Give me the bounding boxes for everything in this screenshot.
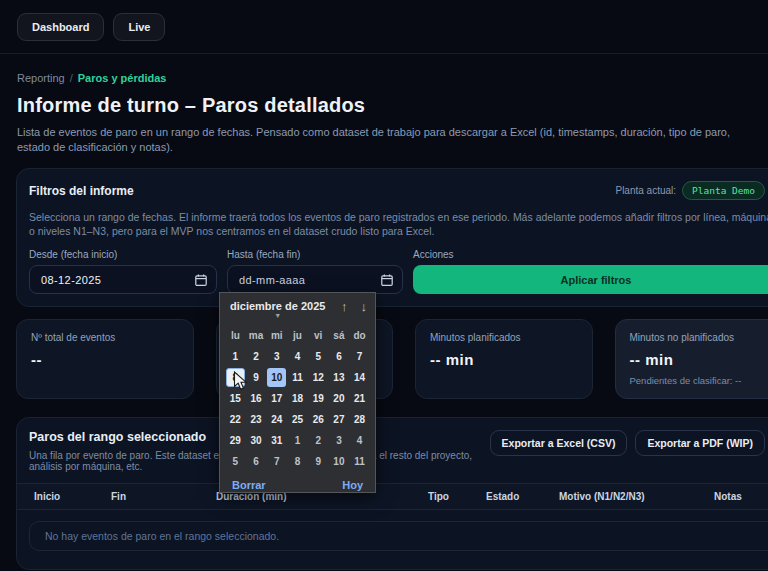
plant-badge: Planta Demo bbox=[682, 181, 765, 200]
calendar-day[interactable]: 14 bbox=[350, 368, 369, 387]
calendar-icon[interactable] bbox=[381, 274, 393, 286]
column-header-fin: Fin bbox=[106, 491, 211, 502]
calendar-day[interactable]: 10 bbox=[267, 368, 286, 387]
calendar-day[interactable]: 8 bbox=[226, 368, 245, 387]
calendar-weekday: ma bbox=[246, 327, 267, 345]
calendar-day[interactable]: 31 bbox=[267, 431, 286, 450]
calendar-grid: 1234567891011121314151617181920212223242… bbox=[220, 345, 375, 472]
calendar-day[interactable]: 22 bbox=[226, 410, 245, 429]
calendar-day[interactable]: 17 bbox=[267, 389, 286, 408]
stat-sub-label: Pendientes de clasificar: -- bbox=[630, 375, 768, 386]
column-header-inicio: Inicio bbox=[29, 491, 106, 502]
top-nav: Dashboard Live bbox=[0, 0, 768, 54]
date-from-input[interactable] bbox=[30, 274, 216, 286]
column-header-notas: Notas bbox=[709, 491, 768, 502]
arrow-up-icon[interactable]: ↑ bbox=[341, 299, 348, 314]
calendar-day[interactable]: 28 bbox=[350, 410, 369, 429]
apply-filters-button[interactable]: Aplicar filtros bbox=[413, 265, 768, 294]
filters-title: Filtros del informe bbox=[29, 184, 134, 198]
calendar-day[interactable]: 3 bbox=[330, 431, 349, 450]
calendar-day[interactable]: 15 bbox=[226, 389, 245, 408]
calendar-day[interactable]: 27 bbox=[330, 410, 349, 429]
calendar-day[interactable]: 25 bbox=[288, 410, 307, 429]
export-csv-button[interactable]: Exportar a Excel (CSV) bbox=[490, 430, 628, 456]
page: Dashboard Live Reporting/Paros y pérdida… bbox=[0, 0, 768, 570]
column-header-tipo: Tipo bbox=[423, 491, 481, 502]
date-from-input-wrapper bbox=[29, 265, 217, 294]
calendar-day[interactable]: 13 bbox=[330, 368, 349, 387]
date-picker-popup: diciembre de 2025 ▼ ↑ ↓ lumamijuvisádo 1… bbox=[219, 292, 376, 493]
date-to-input[interactable] bbox=[228, 274, 402, 286]
calendar-day[interactable]: 21 bbox=[350, 389, 369, 408]
calendar-weekday: mi bbox=[266, 327, 287, 345]
date-from-label: Desde (fecha inicio) bbox=[29, 249, 217, 260]
stat-card-total-events: Nº total de eventos -- bbox=[16, 319, 194, 399]
calendar-day[interactable]: 30 bbox=[247, 431, 266, 450]
calendar-day[interactable]: 3 bbox=[267, 347, 286, 366]
chevron-down-icon: ▼ bbox=[230, 313, 325, 319]
calendar-icon[interactable] bbox=[195, 274, 207, 286]
calendar-weekdays: lumamijuvisádo bbox=[220, 325, 375, 345]
page-title: Informe de turno – Paros detallados bbox=[17, 94, 768, 117]
plant-label: Planta actual: bbox=[615, 185, 676, 196]
breadcrumb-current: Paros y pérdidas bbox=[78, 72, 167, 84]
calendar-day[interactable]: 19 bbox=[309, 389, 328, 408]
calendar-day[interactable]: 8 bbox=[288, 452, 307, 471]
nav-dashboard-button[interactable]: Dashboard bbox=[17, 13, 104, 41]
calendar-weekday: do bbox=[349, 327, 370, 345]
stat-value: -- bbox=[31, 351, 179, 368]
calendar-clear-button[interactable]: Borrar bbox=[232, 479, 266, 491]
calendar-day[interactable]: 6 bbox=[330, 347, 349, 366]
calendar-day[interactable]: 1 bbox=[288, 431, 307, 450]
calendar-day[interactable]: 20 bbox=[330, 389, 349, 408]
calendar-day[interactable]: 11 bbox=[350, 452, 369, 471]
calendar-month-selector[interactable]: diciembre de 2025 ▼ bbox=[230, 300, 325, 319]
column-header-motivo: Motivo (N1/N2/N3) bbox=[554, 491, 709, 502]
calendar-day[interactable]: 9 bbox=[247, 368, 266, 387]
calendar-weekday: ju bbox=[287, 327, 308, 345]
date-to-input-wrapper bbox=[227, 265, 403, 294]
report-panel: Paros del rango seleccionado Una fila po… bbox=[16, 417, 768, 570]
calendar-day[interactable]: 5 bbox=[309, 347, 328, 366]
stat-card-unplanned-minutes: Minutos no planificados -- min Pendiente… bbox=[615, 319, 768, 399]
calendar-day[interactable]: 6 bbox=[247, 452, 266, 471]
calendar-day[interactable]: 12 bbox=[309, 368, 328, 387]
arrow-down-icon[interactable]: ↓ bbox=[361, 299, 368, 314]
calendar-weekday: lu bbox=[225, 327, 246, 345]
calendar-day[interactable]: 4 bbox=[288, 347, 307, 366]
calendar-day[interactable]: 9 bbox=[309, 452, 328, 471]
calendar-day[interactable]: 5 bbox=[226, 452, 245, 471]
calendar-day[interactable]: 7 bbox=[267, 452, 286, 471]
actions-label: Acciones bbox=[413, 249, 768, 260]
stat-card-planned-minutes: Minutos planificados -- min bbox=[415, 319, 593, 399]
page-description: Lista de eventos de paro en un rango de … bbox=[17, 125, 762, 155]
nav-live-button[interactable]: Live bbox=[113, 13, 165, 41]
calendar-day[interactable]: 26 bbox=[309, 410, 328, 429]
calendar-day[interactable]: 18 bbox=[288, 389, 307, 408]
breadcrumb-reporting[interactable]: Reporting bbox=[17, 72, 65, 84]
stat-label: Nº total de eventos bbox=[31, 332, 179, 343]
calendar-day[interactable]: 1 bbox=[226, 347, 245, 366]
filters-description: Selecciona un rango de fechas. El inform… bbox=[29, 210, 768, 238]
table-header: Inicio Fin Duración (min) Tipo Estado Mo… bbox=[17, 483, 768, 510]
stat-label: Minutos no planificados bbox=[630, 332, 768, 343]
calendar-day[interactable]: 29 bbox=[226, 431, 245, 450]
calendar-weekday: sá bbox=[329, 327, 350, 345]
breadcrumb-separator: / bbox=[70, 72, 73, 84]
empty-state-message: No hay eventos de paro en el rango selec… bbox=[29, 521, 768, 551]
calendar-day[interactable]: 2 bbox=[247, 347, 266, 366]
calendar-day[interactable]: 7 bbox=[350, 347, 369, 366]
calendar-day[interactable]: 11 bbox=[288, 368, 307, 387]
calendar-day[interactable]: 16 bbox=[247, 389, 266, 408]
stats-cards: Nº total de eventos -- Minutos planifica… bbox=[16, 319, 768, 399]
stat-label: Minutos planificados bbox=[430, 332, 578, 343]
calendar-day[interactable]: 23 bbox=[247, 410, 266, 429]
export-pdf-button[interactable]: Exportar a PDF (WIP) bbox=[635, 430, 765, 456]
calendar-day[interactable]: 2 bbox=[309, 431, 328, 450]
column-header-estado: Estado bbox=[481, 491, 554, 502]
calendar-today-button[interactable]: Hoy bbox=[342, 479, 363, 491]
calendar-day[interactable]: 24 bbox=[267, 410, 286, 429]
calendar-day[interactable]: 4 bbox=[350, 431, 369, 450]
stat-value: -- min bbox=[630, 351, 768, 368]
calendar-day[interactable]: 10 bbox=[330, 452, 349, 471]
